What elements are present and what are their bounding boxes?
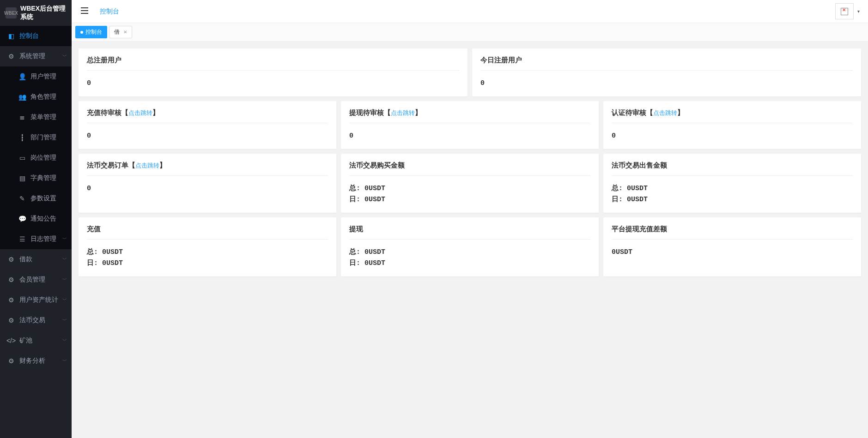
dashboard-row-2: 充值待审核【点击跳转】 0 提现待审核【点击跳转】 0 认证待审核【点击跳转】 … [79, 101, 861, 149]
sidebar-item-console[interactable]: ◧ 控制台 [0, 26, 72, 46]
user-dropdown-arrow[interactable]: ▾ [857, 9, 860, 14]
chat-icon: 💬 [18, 215, 26, 222]
bracket: 【 [121, 108, 128, 116]
card-value: 0 [349, 131, 590, 142]
card-title: 法币交易购买金额 [349, 161, 590, 176]
value-line: 0 [87, 183, 328, 194]
sidebar-item-label: 部门管理 [30, 133, 56, 142]
card-fiat-sell: 法币交易出售金额 总: 0USDT 日: 0USDT [603, 154, 861, 213]
sidebar-item-log[interactable]: ☰ 日志管理 ﹀ [0, 229, 72, 249]
value-line: 总: 0USDT [87, 247, 328, 258]
card-value: 0 [612, 131, 853, 142]
breadcrumb-link[interactable]: 控制台 [100, 7, 119, 15]
sidebar-item-asset[interactable]: ⚙ 用户资产统计 ﹀ [0, 290, 72, 310]
card-title-text: 提现待审核 [349, 108, 384, 116]
card-title: 法币交易出售金额 [612, 161, 853, 176]
chevron-down-icon: ﹀ [62, 358, 67, 364]
card-today-users: 今日注册用户 0 [472, 48, 861, 96]
jump-link[interactable]: 点击跳转 [653, 109, 677, 116]
list-icon: ≣ [18, 114, 26, 121]
gear-icon: ⚙ [7, 357, 15, 365]
card-title-text: 充值待审核 [87, 108, 121, 116]
header: 控制台 ▾ [72, 0, 868, 23]
sidebar-item-post[interactable]: ▭ 岗位管理 [0, 148, 72, 168]
bracket: 【 [646, 108, 653, 116]
bracket: 【 [384, 108, 391, 116]
dashboard-row-3: 法币交易订单【点击跳转】 0 法币交易购买金额 总: 0USDT 日: 0USD… [79, 154, 861, 213]
bracket: 】 [415, 108, 422, 116]
card-title: 提现 [349, 225, 590, 240]
header-right: ▾ [835, 3, 863, 19]
sidebar-item-user[interactable]: 👤 用户管理 [0, 66, 72, 87]
chevron-down-icon: ﹀ [62, 53, 67, 60]
logo-icon: WBEX [6, 7, 17, 18]
value-line: 总: 0USDT [612, 183, 853, 194]
bracket: 】 [159, 161, 166, 169]
sidebar-item-menu[interactable]: ≣ 菜单管理 [0, 107, 72, 127]
card-title: 总注册用户 [87, 56, 459, 71]
bracket: 】 [152, 108, 159, 116]
card-deposit-review: 充值待审核【点击跳转】 0 [79, 101, 336, 149]
sidebar-item-label: 菜单管理 [30, 113, 56, 121]
dashboard-row-1: 总注册用户 0 今日注册用户 0 [79, 48, 861, 96]
card-title: 提现待审核【点击跳转】 [349, 108, 590, 123]
sidebar-item-system[interactable]: ⚙ 系统管理 ﹀ [0, 46, 72, 66]
main-area: 控制台 ▾ 控制台 借 ✕ 总注册用户 [72, 0, 868, 438]
tab-label: 借 [114, 28, 120, 36]
card-title: 充值 [87, 225, 328, 240]
sidebar-item-role[interactable]: 👥 角色管理 [0, 87, 72, 107]
sidebar-item-loan[interactable]: ⚙ 借款 ﹀ [0, 249, 72, 270]
sidebar-item-label: 财务分析 [19, 357, 45, 365]
sidebar-item-label: 会员管理 [19, 276, 45, 284]
card-value: 总: 0USDT 日: 0USDT [612, 183, 853, 205]
tab-console[interactable]: 控制台 [75, 26, 107, 38]
sidebar-item-dept[interactable]: ┇ 部门管理 [0, 127, 72, 148]
gear-icon: ⚙ [7, 256, 15, 263]
sitemap-icon: ┇ [18, 134, 26, 141]
tab-loan[interactable]: 借 ✕ [109, 26, 132, 38]
card-withdraw-review: 提现待审核【点击跳转】 0 [341, 101, 599, 149]
jump-link[interactable]: 点击跳转 [128, 109, 152, 116]
sidebar-item-finance[interactable]: ⚙ 财务分析 ﹀ [0, 351, 72, 371]
card-title: 充值待审核【点击跳转】 [87, 108, 328, 123]
card-title: 认证待审核【点击跳转】 [612, 108, 853, 123]
book-icon: ▤ [18, 174, 26, 182]
jump-link[interactable]: 点击跳转 [391, 109, 415, 116]
value-line: 总: 0USDT [349, 247, 590, 258]
dashboard-row-4: 充值 总: 0USDT 日: 0USDT 提现 总: 0USDT 日: 0USD… [79, 217, 861, 276]
sidebar-item-label: 控制台 [19, 32, 39, 40]
tab-active-dot-icon [80, 31, 83, 34]
card-title-text: 认证待审核 [612, 108, 646, 116]
card-value: 总: 0USDT 日: 0USDT [87, 247, 328, 269]
sidebar-item-member[interactable]: ⚙ 会员管理 ﹀ [0, 270, 72, 290]
sidebar-item-label: 用户管理 [30, 72, 56, 81]
sidebar-item-fiat[interactable]: ⚙ 法币交易 ﹀ [0, 310, 72, 330]
bracket: 【 [128, 161, 135, 169]
sidebar-item-pool[interactable]: </> 矿池 ﹀ [0, 330, 72, 351]
chevron-down-icon: ﹀ [62, 337, 67, 344]
card-value: 0USDT [612, 247, 853, 258]
menu-icon [81, 7, 88, 14]
card-title: 平台提现充值差额 [612, 225, 853, 240]
card-value: 0 [87, 183, 328, 194]
close-icon[interactable]: ✕ [123, 30, 127, 35]
file-icon: ☰ [18, 235, 26, 243]
sidebar-item-label: 岗位管理 [30, 154, 56, 162]
code-icon: </> [7, 337, 15, 344]
card-deposit: 充值 总: 0USDT 日: 0USDT [79, 217, 336, 276]
user-avatar[interactable] [835, 3, 854, 19]
gear-icon: ⚙ [7, 296, 15, 304]
app-logo: WBEX WBEX后台管理系统 [0, 0, 72, 26]
sidebar-item-dict[interactable]: ▤ 字典管理 [0, 168, 72, 188]
chevron-down-icon: ﹀ [62, 276, 67, 283]
sidebar-item-notice[interactable]: 💬 通知公告 [0, 209, 72, 229]
tab-bar: 控制台 借 ✕ [72, 23, 868, 42]
sidebar-item-label: 用户资产统计 [19, 296, 58, 304]
sidebar-item-param[interactable]: ✎ 参数设置 [0, 188, 72, 209]
sidebar-item-label: 参数设置 [30, 194, 56, 203]
users-icon: 👥 [18, 93, 26, 101]
jump-link[interactable]: 点击跳转 [135, 162, 159, 169]
card-value: 0 [480, 78, 853, 89]
card-total-users: 总注册用户 0 [79, 48, 467, 96]
sidebar-toggle-button[interactable] [76, 5, 93, 18]
